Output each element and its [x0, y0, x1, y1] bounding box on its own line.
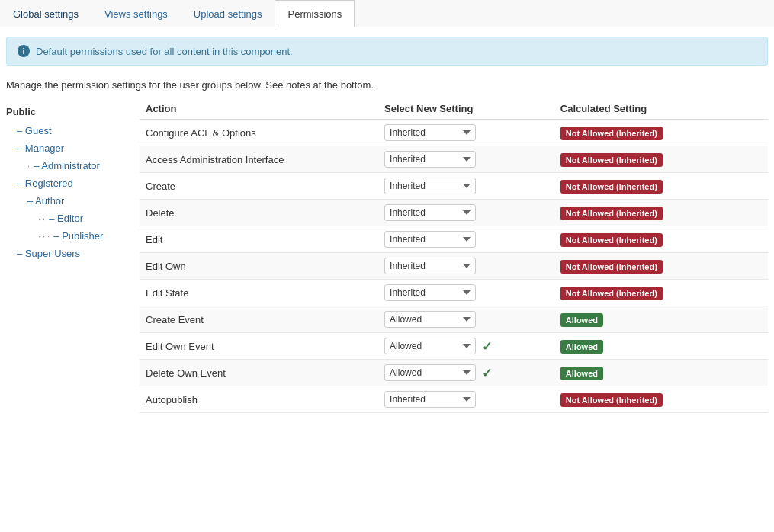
table-row: Access Administration InterfaceInherited…	[140, 146, 768, 173]
sidebar-item-editor[interactable]: · · – Editor	[6, 210, 132, 227]
table-row: Create EventInheritedAllowedDeniedAllowe…	[140, 306, 768, 333]
table-row: DeleteInheritedAllowedDeniedNot Allowed …	[140, 200, 768, 226]
sidebar-item-publisher[interactable]: · · · – Publisher	[6, 227, 132, 245]
header-calculated: Calculated Setting	[554, 98, 768, 120]
calculated-cell-create: Not Allowed (Inherited)	[554, 173, 768, 200]
select-cell-create: InheritedAllowedDenied	[378, 173, 554, 200]
select-edit-own-event[interactable]: InheritedAllowedDenied	[384, 338, 476, 354]
calculated-badge-edit: Not Allowed (Inherited)	[560, 233, 663, 247]
table-row: AutopublishInheritedAllowedDeniedNot All…	[140, 386, 768, 413]
action-cell-configure-acl: Configure ACL & Options	[140, 120, 378, 146]
select-cell-configure-acl: InheritedAllowedDenied	[378, 120, 554, 146]
tab-upload-settings[interactable]: Upload settings	[181, 0, 275, 27]
sidebar-item-guest[interactable]: – Guest	[6, 122, 132, 139]
permissions-tbody: Configure ACL & OptionsInheritedAllowedD…	[140, 120, 768, 413]
check-icon-edit-own-event: ✓	[482, 339, 492, 354]
calculated-cell-edit-own-event: Allowed	[554, 333, 768, 360]
calculated-badge-edit-own: Not Allowed (Inherited)	[560, 260, 663, 274]
select-cell-delete-own-event: InheritedAllowedDenied✓	[378, 360, 554, 386]
select-cell-delete: InheritedAllowedDenied	[378, 200, 554, 226]
calculated-cell-access-admin: Not Allowed (Inherited)	[554, 146, 768, 173]
sidebar-item-super-users[interactable]: – Super Users	[6, 245, 132, 262]
select-delete-own-event[interactable]: InheritedAllowedDenied	[384, 364, 476, 381]
sidebar-item-author[interactable]: – Author	[6, 192, 132, 210]
calculated-cell-delete: Not Allowed (Inherited)	[554, 200, 768, 226]
sidebar-item-manager[interactable]: – Manager	[6, 139, 132, 157]
action-cell-autopublish: Autopublish	[140, 386, 378, 413]
calculated-cell-create-event: Allowed	[554, 306, 768, 333]
calculated-badge-create: Not Allowed (Inherited)	[560, 180, 663, 194]
select-cell-create-event: InheritedAllowedDenied	[378, 306, 554, 333]
tab-permissions[interactable]: Permissions	[275, 0, 355, 27]
calculated-badge-edit-state: Not Allowed (Inherited)	[560, 287, 663, 300]
select-create[interactable]: InheritedAllowedDenied	[384, 178, 476, 194]
action-cell-edit: Edit	[140, 226, 378, 253]
select-cell-edit-own: InheritedAllowedDenied	[378, 253, 554, 280]
select-edit-state[interactable]: InheritedAllowedDenied	[384, 284, 476, 301]
select-delete[interactable]: InheritedAllowedDenied	[384, 204, 476, 221]
calculated-cell-delete-own-event: Allowed	[554, 360, 768, 386]
action-cell-edit-state: Edit State	[140, 280, 378, 306]
action-cell-delete: Delete	[140, 200, 378, 226]
header-select: Select New Setting	[378, 98, 554, 120]
select-cell-autopublish: InheritedAllowedDenied	[378, 386, 554, 413]
calculated-badge-delete-own-event: Allowed	[560, 367, 603, 380]
calculated-cell-edit-own: Not Allowed (Inherited)	[554, 253, 768, 280]
select-cell-edit-state: InheritedAllowedDenied	[378, 280, 554, 306]
tab-views-settings[interactable]: Views settings	[92, 0, 181, 27]
select-cell-access-admin: InheritedAllowedDenied	[378, 146, 554, 173]
info-banner: i Default permissions used for all conte…	[6, 37, 768, 66]
calculated-badge-create-event: Allowed	[560, 313, 603, 327]
description-text: Manage the permission settings for the u…	[0, 75, 774, 98]
sidebar: Public – Guest– Manager· – Administrator…	[6, 98, 140, 413]
table-row: Delete Own EventInheritedAllowedDenied✓A…	[140, 360, 768, 386]
select-create-event[interactable]: InheritedAllowedDenied	[384, 311, 476, 328]
table-row: Configure ACL & OptionsInheritedAllowedD…	[140, 120, 768, 146]
select-cell-edit: InheritedAllowedDenied	[378, 226, 554, 253]
table-row: CreateInheritedAllowedDeniedNot Allowed …	[140, 173, 768, 200]
calculated-badge-configure-acl: Not Allowed (Inherited)	[560, 127, 663, 140]
sidebar-item-administrator[interactable]: · – Administrator	[6, 157, 132, 175]
calculated-cell-edit-state: Not Allowed (Inherited)	[554, 280, 768, 306]
tab-bar: Global settingsViews settingsUpload sett…	[0, 0, 774, 27]
select-cell-edit-own-event: InheritedAllowedDenied✓	[378, 333, 554, 360]
tab-global-settings[interactable]: Global settings	[0, 0, 92, 27]
calculated-badge-access-admin: Not Allowed (Inherited)	[560, 153, 663, 167]
permissions-table: Action Select New Setting Calculated Set…	[140, 98, 768, 413]
info-message: Default permissions used for all content…	[36, 46, 293, 57]
table-row: Edit OwnInheritedAllowedDeniedNot Allowe…	[140, 253, 768, 280]
table-row: Edit Own EventInheritedAllowedDenied✓All…	[140, 333, 768, 360]
table-row: EditInheritedAllowedDeniedNot Allowed (I…	[140, 226, 768, 253]
calculated-badge-autopublish: Not Allowed (Inherited)	[560, 393, 663, 407]
select-autopublish[interactable]: InheritedAllowedDenied	[384, 391, 476, 408]
calculated-badge-edit-own-event: Allowed	[560, 340, 603, 354]
select-access-admin[interactable]: InheritedAllowedDenied	[384, 151, 476, 168]
select-edit-own[interactable]: InheritedAllowedDenied	[384, 258, 476, 274]
action-cell-edit-own: Edit Own	[140, 253, 378, 280]
select-edit[interactable]: InheritedAllowedDenied	[384, 231, 476, 248]
tabs-container: Global settingsViews settingsUpload sett…	[0, 0, 774, 27]
action-cell-delete-own-event: Delete Own Event	[140, 360, 378, 386]
calculated-cell-configure-acl: Not Allowed (Inherited)	[554, 120, 768, 146]
select-configure-acl[interactable]: InheritedAllowedDenied	[384, 124, 476, 141]
action-cell-access-admin: Access Administration Interface	[140, 146, 378, 173]
main-content: Public – Guest– Manager· – Administrator…	[0, 98, 774, 413]
info-icon: i	[18, 45, 30, 57]
sidebar-title: Public	[6, 101, 132, 122]
calculated-badge-delete: Not Allowed (Inherited)	[560, 207, 663, 220]
check-icon-delete-own-event: ✓	[482, 366, 492, 380]
action-cell-edit-own-event: Edit Own Event	[140, 333, 378, 360]
calculated-cell-edit: Not Allowed (Inherited)	[554, 226, 768, 253]
action-cell-create: Create	[140, 173, 378, 200]
header-action: Action	[140, 98, 378, 120]
action-cell-create-event: Create Event	[140, 306, 378, 333]
calculated-cell-autopublish: Not Allowed (Inherited)	[554, 386, 768, 413]
table-row: Edit StateInheritedAllowedDeniedNot Allo…	[140, 280, 768, 306]
sidebar-item-registered[interactable]: – Registered	[6, 175, 132, 192]
